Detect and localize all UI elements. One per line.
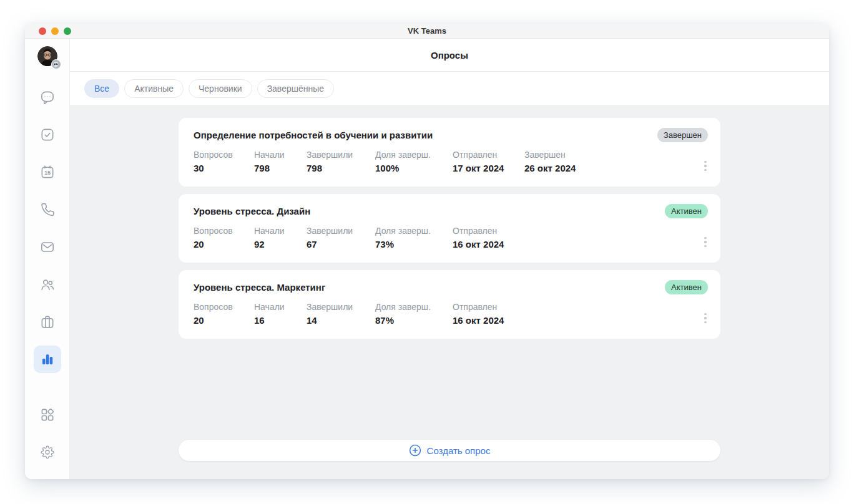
checkbox-icon	[39, 127, 56, 143]
stat-label: Начали	[254, 302, 307, 312]
sidebar-nav: 15	[25, 79, 70, 471]
page-title: Опросы	[431, 50, 468, 61]
stat-label: Вопросов	[194, 226, 254, 236]
svg-text:15: 15	[44, 170, 50, 176]
survey-stat: Доля заверш.73%	[375, 226, 453, 250]
filter-chip[interactable]: Завершённые	[257, 79, 334, 98]
survey-card[interactable]: Уровень стресса. МаркетингАктивенВопросо…	[179, 270, 720, 339]
stat-label: Завершили	[307, 302, 375, 312]
survey-stat: Завершили67	[307, 226, 375, 250]
sidebar-item-mail[interactable]	[25, 228, 70, 266]
filter-bar: ВсеАктивныеЧерновикиЗавершённые	[70, 72, 829, 106]
bar-chart-icon	[39, 351, 56, 367]
stat-label: Вопросов	[194, 150, 254, 160]
sidebar-item-workspace[interactable]	[25, 303, 70, 341]
survey-status-badge: Активен	[665, 204, 708, 218]
stat-value: 67	[307, 239, 375, 250]
phone-icon	[39, 201, 56, 218]
sidebar-item-contacts[interactable]	[25, 266, 70, 303]
stat-value: 30	[194, 163, 254, 173]
stat-value: 100%	[375, 163, 453, 173]
survey-stat: Вопросов20	[194, 302, 254, 326]
stat-value: 16 окт 2024	[453, 315, 524, 326]
window-title: VK Teams	[408, 26, 446, 36]
stat-label: Доля заверш.	[375, 226, 453, 236]
survey-stat: Доля заверш.100%	[375, 150, 453, 173]
plus-circle-icon	[409, 444, 421, 457]
create-survey-button[interactable]: Создать опрос	[179, 440, 720, 461]
page-header: Опросы	[70, 39, 829, 72]
sidebar-item-apps[interactable]	[25, 396, 70, 434]
filter-chip[interactable]: Активные	[124, 79, 184, 98]
survey-menu-kebab-icon[interactable]	[700, 235, 711, 249]
alien-status-icon	[51, 59, 61, 69]
gear-icon	[39, 444, 56, 460]
survey-card[interactable]: Уровень стресса. ДизайнАктивенВопросов20…	[179, 194, 720, 263]
sidebar-item-statistics[interactable]	[25, 341, 70, 378]
survey-stat: Завершили14	[307, 302, 375, 326]
content-area: Определение потребностей в обучении и ра…	[70, 106, 829, 479]
stat-label: Отправлен	[453, 226, 524, 236]
survey-menu-kebab-icon[interactable]	[700, 159, 711, 173]
stat-value: 798	[254, 163, 307, 173]
close-window-button[interactable]	[39, 27, 46, 35]
survey-stat: Вопросов30	[194, 150, 254, 173]
stat-value: 20	[194, 239, 254, 250]
vk-teams-window: VK Teams	[25, 24, 829, 479]
survey-stat: Доля заверш.87%	[375, 302, 453, 326]
sidebar: 15	[25, 39, 70, 479]
stat-label: Завершен	[524, 150, 576, 160]
stat-label: Доля заверш.	[375, 302, 453, 312]
briefcase-icon	[39, 314, 56, 330]
minimize-window-button[interactable]	[51, 27, 59, 35]
survey-stat: Начали92	[254, 226, 307, 250]
stat-label: Вопросов	[194, 302, 254, 312]
stat-label: Начали	[254, 150, 307, 160]
chat-bubble-icon	[39, 89, 56, 105]
stat-value: 20	[194, 315, 254, 326]
survey-stat: Завершен26 окт 2024	[524, 150, 576, 173]
survey-stats: Вопросов20Начали92Завершили67Доля заверш…	[194, 226, 708, 250]
stat-label: Отправлен	[453, 150, 524, 160]
stat-value: 16	[254, 315, 307, 326]
survey-stat: Отправлен17 окт 2024	[453, 150, 524, 173]
stat-label: Доля заверш.	[375, 150, 453, 160]
stat-label: Начали	[254, 226, 307, 236]
stat-value: 798	[307, 163, 375, 173]
survey-stat: Начали16	[254, 302, 307, 326]
survey-status-badge: Активен	[665, 280, 708, 294]
calendar-icon: 15	[39, 164, 56, 180]
survey-stat: Начали798	[254, 150, 307, 173]
survey-title: Уровень стресса. Дизайн	[194, 205, 310, 218]
stat-value: 73%	[375, 239, 453, 250]
stat-label: Отправлен	[453, 302, 524, 312]
sidebar-item-calendar[interactable]: 15	[25, 153, 70, 191]
stat-label: Завершили	[307, 226, 375, 236]
stat-value: 92	[254, 239, 307, 250]
survey-list: Определение потребностей в обучении и ра…	[179, 118, 720, 339]
stat-value: 14	[307, 315, 375, 326]
create-survey-label: Создать опрос	[427, 445, 491, 456]
survey-stat: Завершили798	[307, 150, 375, 173]
sidebar-item-tasks[interactable]	[25, 116, 70, 153]
survey-stats: Вопросов20Начали16Завершили14Доля заверш…	[194, 302, 708, 326]
window-titlebar: VK Teams	[25, 24, 829, 39]
profile-avatar[interactable]	[37, 46, 57, 66]
sidebar-item-calls[interactable]	[25, 191, 70, 228]
survey-menu-kebab-icon[interactable]	[700, 311, 711, 325]
survey-stats: Вопросов30Начали798Завершили798Доля заве…	[194, 150, 708, 173]
people-icon	[39, 276, 56, 293]
stat-value: 17 окт 2024	[453, 163, 524, 173]
survey-card[interactable]: Определение потребностей в обучении и ра…	[179, 118, 720, 187]
stat-value: 16 окт 2024	[453, 239, 524, 250]
sidebar-item-settings[interactable]	[25, 434, 70, 471]
stat-value: 26 окт 2024	[524, 163, 576, 173]
survey-stat: Отправлен16 окт 2024	[453, 302, 524, 326]
filter-chip[interactable]: Черновики	[189, 79, 252, 98]
survey-status-badge: Завершен	[657, 128, 708, 142]
zoom-window-button[interactable]	[64, 27, 71, 35]
envelope-icon	[39, 239, 56, 255]
filter-chip[interactable]: Все	[84, 79, 119, 98]
survey-title: Уровень стресса. Маркетинг	[194, 281, 325, 294]
sidebar-item-chats[interactable]	[25, 79, 70, 116]
